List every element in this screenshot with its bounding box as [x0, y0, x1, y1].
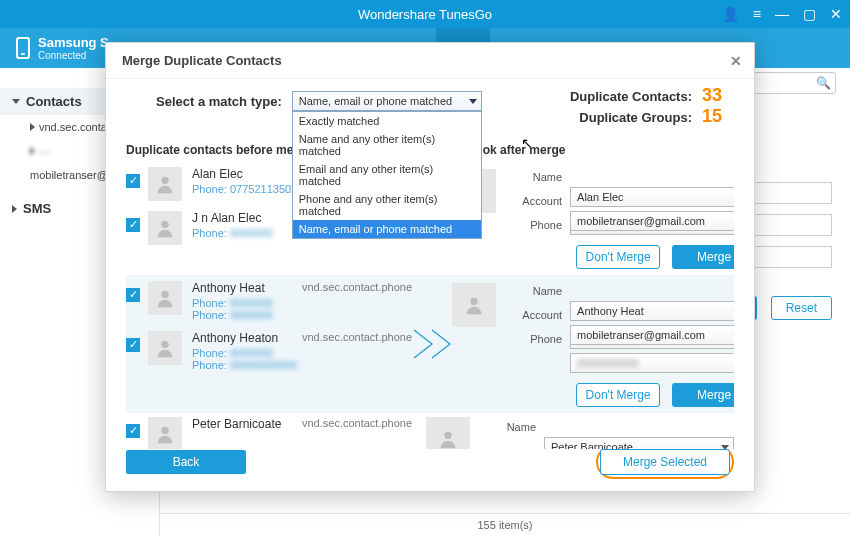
search-icon: 🔍	[816, 76, 831, 90]
contact-name: Alan Elec	[192, 167, 297, 181]
chevron-right-icon	[30, 123, 35, 131]
contact-phone: 0000000	[230, 297, 273, 309]
dont-merge-button[interactable]: Don't Merge	[576, 383, 660, 407]
app-title: Wondershare TunesGo	[358, 7, 492, 22]
select-checkbox[interactable]: ✓	[126, 288, 140, 302]
sidebar-label: SMS	[23, 201, 51, 216]
dialog-close-icon[interactable]: ✕	[730, 53, 742, 69]
svg-point-7	[444, 432, 451, 439]
select-checkbox[interactable]: ✓	[126, 338, 140, 352]
avatar-icon	[148, 331, 182, 365]
phone-icon	[16, 37, 30, 59]
select-checkbox[interactable]: ✓	[126, 174, 140, 188]
contact-phone: 07752113502	[230, 183, 297, 195]
avatar-icon	[148, 281, 182, 315]
sidebar-label: Contacts	[26, 94, 82, 109]
merged-account-select[interactable]: mobiletranser@gmail.com	[570, 325, 734, 345]
chevron-right-icon	[12, 205, 17, 213]
dialog-title: Merge Duplicate Contacts	[122, 53, 282, 68]
merged-name-select[interactable]: Alan Elec	[570, 187, 734, 207]
svg-point-6	[161, 427, 168, 434]
avatar-icon	[452, 283, 496, 327]
merge-arrow-icon	[412, 281, 452, 407]
match-option[interactable]: Name and any other item(s) matched	[293, 130, 481, 160]
match-option[interactable]: Name, email or phone matched	[293, 220, 481, 238]
svg-point-3	[161, 291, 168, 298]
merge-selected-highlight: Merge Selected	[596, 445, 734, 479]
maximize-icon[interactable]: ▢	[803, 6, 816, 22]
chevron-right-icon	[30, 147, 35, 155]
merge-dialog: Merge Duplicate Contacts ✕ Duplicate Con…	[105, 42, 755, 492]
match-type-label: Select a match type:	[156, 94, 282, 109]
svg-point-0	[161, 177, 168, 184]
contact-source: vnd.sec.contact.phone	[302, 417, 412, 429]
reset-button[interactable]: Reset	[771, 296, 832, 320]
merge-button[interactable]: Merge	[672, 383, 734, 407]
minimize-icon[interactable]: —	[775, 6, 789, 22]
match-option[interactable]: Exactly matched	[293, 112, 481, 130]
contact-name: Anthony Heaton	[192, 331, 302, 345]
item-count: 155 item(s)	[477, 519, 532, 531]
merged-name-select[interactable]: Anthony Heat	[570, 301, 734, 321]
merged-name-select[interactable]: Peter Barnicoate	[544, 437, 734, 449]
avatar-icon	[148, 211, 182, 245]
contact-name: Anthony Heat	[192, 281, 302, 295]
match-option[interactable]: Phone and any other item(s) matched	[293, 190, 481, 220]
dont-merge-button[interactable]: Don't Merge	[576, 245, 660, 269]
user-icon[interactable]: 👤	[722, 6, 739, 22]
title-bar: Wondershare TunesGo 👤 ≡ — ▢ ✕	[0, 0, 850, 28]
merged-account-select[interactable]: mobiletranser@gmail.com	[570, 211, 734, 231]
contact-name: J n Alan Elec	[192, 211, 302, 225]
chevron-down-icon	[12, 99, 20, 104]
contact-phone: 0000000	[230, 227, 273, 239]
merge-selected-button[interactable]: Merge Selected	[600, 449, 730, 475]
status-bar: 155 item(s)	[160, 513, 850, 535]
dialog-title-bar: Merge Duplicate Contacts ✕	[106, 43, 754, 79]
contact-name: Peter Barnicoate	[192, 417, 302, 431]
avatar-icon	[148, 167, 182, 201]
merged-phone-input[interactable]: 0000000000	[570, 353, 734, 373]
svg-point-5	[470, 298, 477, 305]
match-option[interactable]: Email and any other item(s) matched	[293, 160, 481, 190]
back-button[interactable]: Back	[126, 450, 246, 474]
svg-point-4	[161, 341, 168, 348]
match-type-dropdown: Exactly matched Name and any other item(…	[292, 111, 482, 239]
merge-button[interactable]: Merge	[672, 245, 734, 269]
duplicate-group: ✓ Anthony Heat Phone: 0000000 Phone: 000…	[126, 275, 734, 413]
svg-point-1	[161, 221, 168, 228]
menu-icon[interactable]: ≡	[753, 6, 761, 22]
match-type-select[interactable]: Name, email or phone matched	[292, 91, 482, 111]
close-icon[interactable]: ✕	[830, 6, 842, 22]
contact-source: vnd.sec.contact.phone	[302, 281, 412, 293]
select-checkbox[interactable]: ✓	[126, 424, 140, 438]
contact-source: vnd.sec.contact.phone	[302, 331, 412, 343]
select-checkbox[interactable]: ✓	[126, 218, 140, 232]
duplicate-group: ✓ Peter Barnicoate vnd.sec.contact.phone	[126, 413, 734, 449]
